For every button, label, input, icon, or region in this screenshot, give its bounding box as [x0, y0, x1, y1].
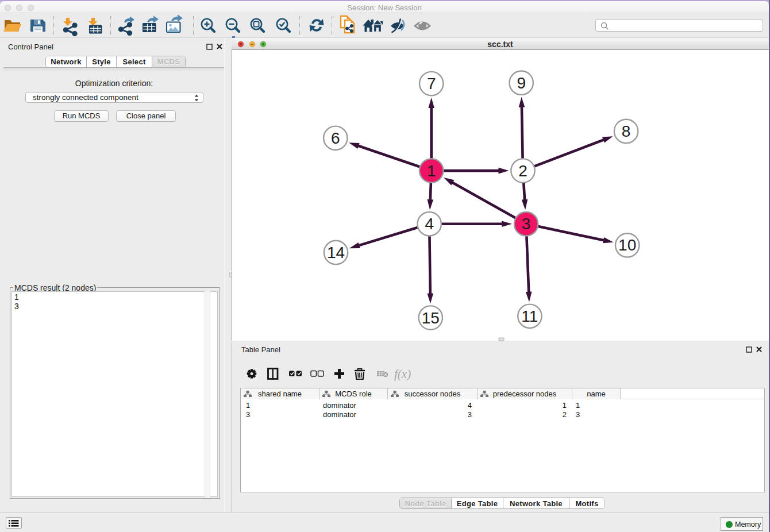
svg-text:4: 4: [425, 215, 434, 233]
svg-text:10: 10: [618, 236, 636, 254]
svg-text:11: 11: [521, 307, 538, 325]
svg-text:15: 15: [421, 309, 439, 327]
svg-text:8: 8: [621, 122, 630, 140]
svg-text:14: 14: [326, 244, 344, 261]
svg-text:2: 2: [518, 162, 528, 180]
svg-text:6: 6: [331, 129, 340, 147]
svg-text:9: 9: [517, 74, 526, 92]
svg-text:7: 7: [426, 75, 436, 92]
svg-text:f(x): f(x): [394, 367, 411, 381]
svg-text:1: 1: [426, 162, 436, 180]
svg-text:3: 3: [521, 215, 530, 233]
